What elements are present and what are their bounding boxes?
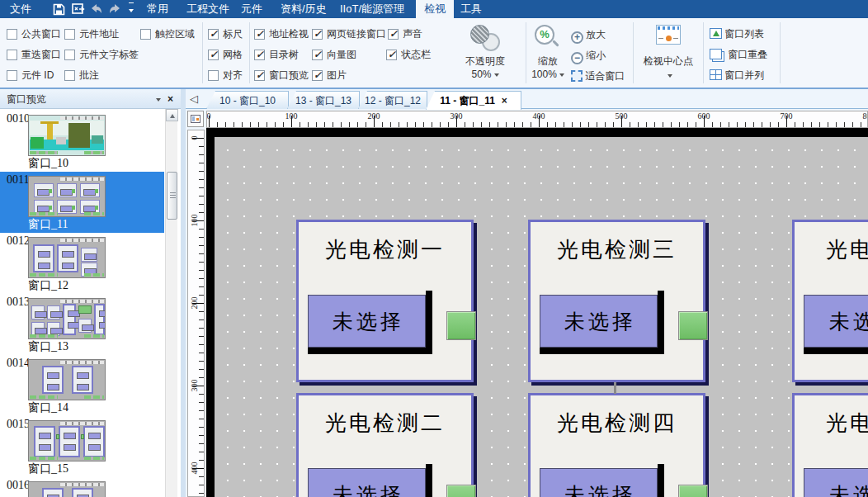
checkbox-box[interactable] [64, 70, 75, 81]
hmi-design-screen[interactable]: 光电检测一 未选择 光电检测三 未选择 光电 [215, 137, 868, 497]
list-item-window-12[interactable]: 0012 窗口_12 [0, 233, 164, 294]
list-item-window-15[interactable]: 0015 窗口_15 [0, 416, 164, 477]
window-cascade-button[interactable]: 窗口重叠 [710, 48, 767, 62]
export-icon[interactable] [71, 2, 86, 16]
window-15-thumbnail[interactable] [28, 420, 106, 462]
window-10-thumbnail[interactable] [28, 115, 106, 156]
checkbox-box[interactable] [7, 70, 17, 81]
checkbox-overlap-window[interactable]: 重迭窗口 [7, 47, 61, 62]
list-item-window-13[interactable]: 0013 窗口_13 [0, 294, 164, 355]
window-preview-header[interactable]: 窗口预览 × [0, 89, 181, 109]
checkbox-box[interactable] [64, 50, 75, 60]
button-label[interactable]: 未选择 [308, 295, 426, 348]
checkbox-box[interactable] [386, 50, 397, 60]
checkbox-box[interactable] [7, 50, 17, 60]
menu-object[interactable]: 元件 [233, 0, 271, 18]
menu-project-file[interactable]: 工程文件 [178, 0, 238, 18]
checkbox-sound[interactable]: 声音 [388, 26, 422, 41]
checkbox-touch-area[interactable]: 触控区域 [140, 26, 195, 41]
list-item-window-11[interactable]: 0011 窗口_11 [0, 172, 164, 233]
checkbox-status-bar[interactable]: 状态栏 [386, 47, 431, 62]
checkbox-address-view[interactable]: 地址检视 [254, 26, 309, 41]
hmi-group-panel-2[interactable]: 光电检测二 未选择 [296, 393, 474, 497]
window-12-thumbnail[interactable] [28, 237, 106, 278]
status-indicator[interactable] [678, 485, 708, 497]
undo-icon[interactable] [89, 2, 104, 16]
checkbox-box[interactable] [254, 29, 265, 40]
hmi-group-panel-3[interactable]: 光电检测三 未选择 [528, 220, 705, 382]
checkbox-picture[interactable]: 图片 [312, 68, 347, 83]
button-label[interactable]: 未选择 [804, 468, 868, 497]
zoom-in-button[interactable]: + 放大 [571, 28, 606, 44]
zoom-percent-icon[interactable]: % [535, 25, 559, 50]
checkbox-box[interactable] [312, 70, 323, 81]
menu-view[interactable]: 检视 [416, 0, 454, 18]
hmi-select-button[interactable]: 未选择 [308, 464, 432, 497]
hmi-select-button[interactable]: 未选择 [804, 464, 868, 497]
menu-file[interactable]: 文件 [2, 0, 40, 18]
panel-close-icon[interactable]: × [167, 89, 173, 109]
checkbox-box[interactable] [208, 50, 219, 60]
checkbox-box[interactable] [7, 29, 17, 40]
menu-common[interactable]: 常用 [139, 0, 177, 18]
tab-window-13[interactable]: 13 - 窗口_13 [287, 91, 360, 109]
scrollbar-thumb[interactable] [167, 172, 177, 220]
hmi-group-panel-bottom-right-partial[interactable]: 光电 未选择 [792, 393, 868, 497]
checkbox-box[interactable] [388, 29, 399, 40]
status-indicator[interactable] [446, 311, 476, 340]
tab-window-11[interactable]: 11 - 窗口_11× [426, 91, 521, 110]
scrollbar-up-icon[interactable] [166, 109, 178, 121]
checkbox-snap[interactable]: 对齐 [208, 68, 243, 83]
checkbox-grid[interactable]: 网格 [208, 47, 243, 62]
list-item-window-10[interactable]: 0010 窗口_10 [0, 111, 164, 172]
checkbox-box[interactable] [208, 29, 219, 40]
checkbox-weblink-window[interactable]: 网页链接窗口 [312, 26, 386, 41]
view-center-dropdown[interactable] [635, 69, 701, 81]
status-indicator[interactable] [678, 311, 708, 340]
checkbox-box[interactable] [254, 50, 265, 60]
checkbox-object-address[interactable]: 元件地址 [64, 26, 119, 41]
checkbox-window-preview[interactable]: 窗口预览 [254, 68, 309, 83]
redo-icon[interactable] [107, 2, 122, 16]
checkbox-object-id[interactable]: 元件 ID [7, 68, 54, 83]
panel-dropdown-icon[interactable] [156, 98, 161, 102]
button-label[interactable]: 未选择 [540, 468, 658, 497]
checkbox-vector-graph[interactable]: 向量图 [312, 47, 356, 62]
window-list-button[interactable]: 窗口列表 [710, 27, 764, 41]
checkbox-box[interactable] [208, 70, 219, 81]
ruler-origin-box[interactable] [187, 111, 204, 127]
opacity-label[interactable]: 不透明度 [459, 54, 512, 69]
menu-iiot-energy[interactable]: IIoT/能源管理 [332, 0, 413, 18]
checkbox-box[interactable] [312, 29, 323, 40]
button-label[interactable]: 未选择 [804, 295, 868, 348]
hmi-group-panel-4[interactable]: 光电检测四 未选择 [528, 393, 705, 497]
quick-access-dropdown-icon[interactable] [124, 2, 139, 16]
list-item-window-16[interactable]: 0016 [0, 477, 164, 497]
checkbox-box[interactable] [64, 29, 75, 40]
opacity-icon[interactable] [470, 25, 500, 51]
checkbox-annotation[interactable]: 批注 [64, 68, 99, 83]
tab-window-10[interactable]: 10 - 窗口_10 [206, 91, 289, 109]
zoom-out-button[interactable]: − 缩小 [571, 49, 606, 64]
tab-window-12[interactable]: 12 - 窗口_12 [358, 91, 427, 109]
checkbox-box[interactable] [140, 29, 151, 40]
hmi-select-button[interactable]: 未选择 [804, 291, 868, 354]
view-center-label[interactable]: 检视中心点 [635, 54, 701, 69]
hmi-select-button[interactable]: 未选择 [308, 291, 432, 354]
hmi-select-button[interactable]: 未选择 [540, 291, 664, 354]
checkbox-object-text-label[interactable]: 元件文字标签 [64, 47, 139, 62]
opacity-value[interactable]: 50% [459, 69, 512, 80]
button-label[interactable]: 未选择 [540, 295, 658, 348]
list-item-window-14[interactable]: 0014 窗口_14 [0, 355, 164, 416]
menu-tools[interactable]: 工具 [452, 0, 490, 18]
fit-window-button[interactable]: 适合窗口 [571, 69, 625, 83]
sidebar-scrollbar[interactable] [165, 109, 177, 497]
status-indicator[interactable] [446, 485, 476, 497]
menu-data-history[interactable]: 资料/历史 [272, 0, 335, 18]
window-tile-button[interactable]: 窗口并列 [710, 69, 764, 83]
window-16-thumbnail[interactable] [28, 481, 106, 497]
checkbox-ruler[interactable]: 标尺 [208, 26, 243, 41]
window-14-thumbnail[interactable] [28, 359, 106, 400]
window-13-thumbnail[interactable] [28, 298, 106, 339]
checkbox-tree-view[interactable]: 目录树 [254, 47, 299, 62]
